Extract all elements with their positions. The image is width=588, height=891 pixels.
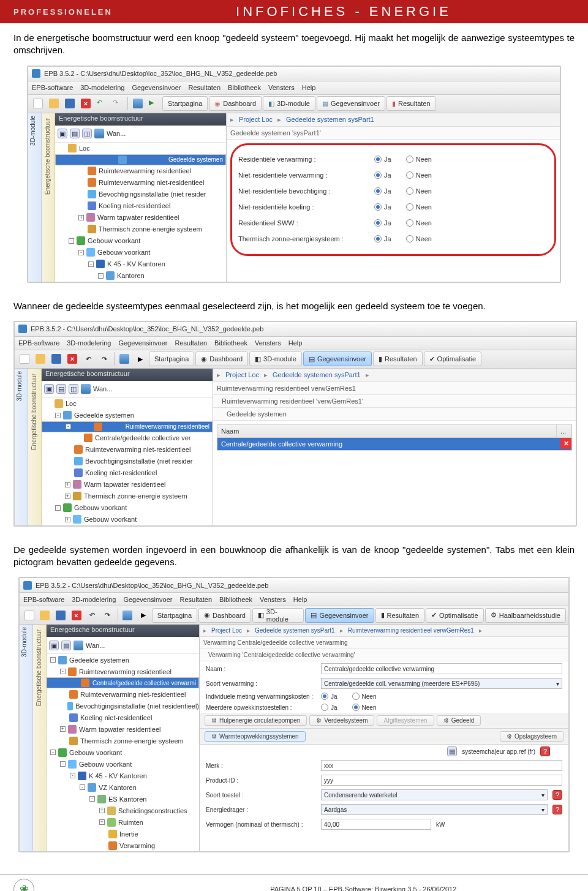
tree-node[interactable]: Loc	[55, 143, 226, 154]
radio-option[interactable]: Neen	[406, 203, 432, 211]
tree-node[interactable]: +Scheidingsconstructies	[47, 805, 199, 816]
menu-item[interactable]: Help	[293, 596, 307, 603]
tree-tool-icon[interactable]: ▤	[70, 129, 80, 138]
tree-node[interactable]: Gedeelde systemen	[55, 154, 226, 165]
left-vtab[interactable]: 3D-module	[15, 369, 28, 525]
tree-node[interactable]: +Warm tapwater residentieel	[47, 723, 199, 735]
3d-module-button[interactable]: ◧3D-module	[249, 352, 302, 366]
undo-icon[interactable]: ↶	[94, 96, 109, 111]
tree-node[interactable]: -Gedeelde systemen	[42, 410, 213, 421]
menu-item[interactable]: 3D-modelering	[72, 596, 116, 603]
menu-item[interactable]: Vensters	[255, 339, 281, 347]
tree-node[interactable]: -Gebouw voorkant	[55, 235, 226, 247]
tab-verdeel[interactable]: ⚙Verdeelsysteem	[309, 715, 374, 726]
radio-option[interactable]: Ja	[374, 203, 391, 211]
tree-node[interactable]: -K 45 - KV Kantoren	[55, 258, 226, 270]
tree-node[interactable]: Koeling niet-residentieel	[42, 467, 213, 479]
expand-toggle-icon[interactable]: -	[55, 505, 61, 511]
menu-item[interactable]: EPB-software	[18, 339, 59, 347]
left-vtab[interactable]: 3D-module	[28, 113, 42, 282]
expand-toggle-icon[interactable]: -	[60, 761, 66, 767]
tree-node[interactable]: +Warm tapwater residentieel	[55, 212, 226, 224]
tree-node[interactable]: -Gedeelde systemen	[47, 654, 199, 666]
expand-toggle-icon[interactable]: -	[50, 750, 56, 755]
tree-node[interactable]: Thermisch zonne-energie systeem	[47, 735, 199, 746]
expand-toggle-icon[interactable]: -	[69, 238, 74, 244]
radio-option[interactable]: Ja	[374, 187, 391, 195]
merk-input[interactable]: xxx	[321, 760, 562, 771]
tree-node[interactable]: Koeling niet-residentieel	[47, 712, 199, 723]
menu-item[interactable]: EPB-software	[32, 84, 73, 91]
dashboard-button[interactable]: ◉Dashboard	[195, 352, 248, 366]
menu-item[interactable]: EPB-software	[23, 596, 64, 603]
open-icon[interactable]	[47, 96, 61, 111]
expand-toggle-icon[interactable]: +	[60, 726, 66, 732]
resultaten-button[interactable]: ▮Resultaten	[373, 352, 423, 366]
tree-tool-icon[interactable]: ◫	[82, 129, 92, 138]
expand-toggle-icon[interactable]: +	[65, 494, 70, 499]
dashboard-button[interactable]: ◉Dashboard	[209, 96, 262, 111]
radio-option[interactable]: Neen	[406, 235, 432, 242]
help-icon[interactable]: ?	[552, 790, 562, 800]
menu-item[interactable]: Gegevensinvoer	[123, 596, 172, 603]
tree-node[interactable]: -ES Kantoren	[47, 793, 199, 805]
tree-node[interactable]: -Gebouw voorkant	[47, 758, 199, 770]
menu-item[interactable]: Vensters	[260, 596, 286, 603]
tree-node[interactable]: -Gebouw voorkant	[42, 502, 213, 514]
tree-node[interactable]: +Gebouw voorkant	[42, 514, 213, 525]
menu-item[interactable]: Help	[302, 84, 316, 91]
expand-toggle-icon[interactable]: -	[88, 261, 94, 267]
gegevensinvoer-button[interactable]: ▤Gegevensinvoer	[317, 96, 385, 111]
left-vtab-tree[interactable]: Energetische boomstructuur	[28, 369, 42, 525]
expand-toggle-icon[interactable]: -	[78, 250, 84, 255]
tree-node[interactable]: Koeling niet-residentieel	[55, 200, 226, 212]
resultaten-button[interactable]: ▮Resultaten	[386, 96, 436, 111]
menu-item[interactable]: Bibliotheek	[219, 596, 252, 603]
tree-node[interactable]: -Gebouw voorkant	[55, 247, 226, 258]
menu-item[interactable]: Bibliotheek	[228, 84, 261, 91]
tree-node[interactable]: +Ruimten	[47, 816, 199, 828]
tree-node[interactable]: Centrale/gedeelde collective ver	[42, 432, 213, 444]
tree-node[interactable]: Bevochtigingsinstallatie (niet resider	[55, 189, 226, 200]
expand-toggle-icon[interactable]: -	[70, 773, 75, 778]
start-button[interactable]: Startpagina	[149, 352, 194, 366]
tree-node[interactable]: Bevochtigingsinstallatie (niet residenti…	[47, 700, 199, 712]
menu-item[interactable]: Resultaten	[175, 339, 208, 347]
radio-option[interactable]: Ja	[374, 219, 391, 227]
menu-item[interactable]: Resultaten	[189, 84, 221, 91]
tree-node[interactable]: Ruimteverwarming niet-residentieel	[42, 444, 213, 456]
radio-option[interactable]: Ja	[374, 156, 391, 163]
energie-select[interactable]: Aardgas▾	[321, 804, 548, 815]
tree-node[interactable]: +Warm tapwater residentieel	[42, 479, 213, 491]
expand-toggle-icon[interactable]: +	[99, 808, 105, 813]
expand-toggle-icon[interactable]: -	[60, 669, 66, 674]
open-icon[interactable]	[33, 352, 48, 366]
redo-icon[interactable]: ↷	[110, 96, 125, 111]
tab-gedeeld[interactable]: ⚙Gedeeld	[437, 715, 481, 726]
menu-item[interactable]: Resultaten	[180, 596, 213, 603]
expand-toggle-icon[interactable]: +	[78, 215, 84, 220]
tree-node[interactable]: Verwarming	[47, 840, 199, 851]
info-icon[interactable]: ▤	[447, 746, 457, 756]
tree-node[interactable]: Thermisch zonne-energie systeem	[55, 224, 226, 235]
tree-node[interactable]: -Kantoren	[55, 270, 226, 282]
expand-toggle-icon[interactable]: +	[65, 517, 70, 522]
tab-hulp[interactable]: ⚙Hulpenergie circulatiepompen	[205, 715, 307, 726]
play-icon[interactable]: ▶	[146, 96, 161, 111]
menu-item[interactable]: Help	[288, 339, 303, 347]
radio-option[interactable]: Ja	[374, 171, 391, 179]
expand-toggle-icon[interactable]: -	[80, 784, 85, 790]
open-icon[interactable]	[38, 608, 53, 623]
radio-option[interactable]: Neen	[406, 187, 432, 195]
expand-toggle-icon[interactable]: +	[99, 819, 105, 825]
tree-node[interactable]: -Ruimteverwarming residentieel	[42, 421, 213, 432]
toestel-select[interactable]: Condenserende waterketel▾	[321, 789, 548, 800]
close-icon[interactable]: ×	[78, 96, 93, 111]
new-icon[interactable]	[31, 96, 45, 111]
save-icon[interactable]	[49, 352, 64, 366]
start-button[interactable]: Startpagina	[162, 96, 208, 111]
radio-option[interactable]: Neen	[406, 156, 432, 163]
radio-option[interactable]: Neen	[406, 171, 432, 179]
optimalisatie-button[interactable]: ✔Optimalisatie	[424, 352, 482, 366]
tree-node[interactable]: Bevochtigingsinstallatie (niet resider	[42, 456, 213, 467]
